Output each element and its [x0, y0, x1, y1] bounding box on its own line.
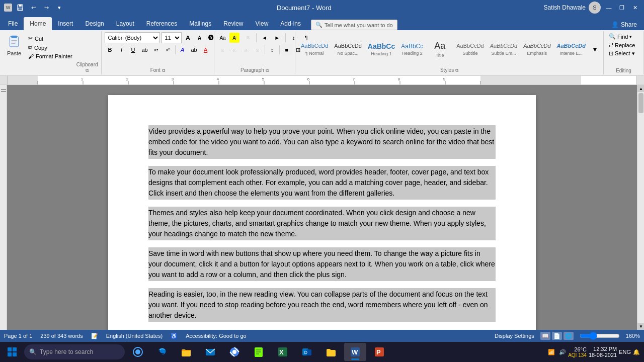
- save-button[interactable]: [15, 3, 25, 13]
- font-size-select[interactable]: 11: [162, 32, 182, 43]
- paragraph-5[interactable]: Reading is easier, too, in the new readi…: [148, 288, 496, 322]
- vertical-scrollbar[interactable]: ▲ ▼: [637, 85, 644, 330]
- italic-button[interactable]: I: [116, 44, 127, 55]
- scroll-down-button[interactable]: ▼: [637, 323, 644, 330]
- style-intense-em[interactable]: AaBbCcDd Intense E...: [554, 32, 588, 66]
- tab-addins[interactable]: Add-ins: [274, 17, 307, 30]
- document-page[interactable]: Video provides a powerful way to help yo…: [108, 95, 536, 330]
- tab-layout[interactable]: Layout: [110, 17, 140, 30]
- style-subtle-em[interactable]: AaBbCcDd Subtle Em...: [488, 32, 520, 66]
- tab-insert[interactable]: Insert: [52, 17, 79, 30]
- paragraph-3[interactable]: Themes and styles also help keep your do…: [148, 207, 496, 240]
- taskbar-powerpoint[interactable]: P: [368, 343, 390, 361]
- scrollbar-track[interactable]: [637, 92, 644, 323]
- underline-button[interactable]: U: [128, 44, 139, 55]
- start-button[interactable]: [2, 343, 22, 361]
- font-grow-button[interactable]: A: [183, 33, 193, 43]
- tab-design[interactable]: Design: [79, 17, 110, 30]
- increase-indent-button[interactable]: ►: [272, 32, 283, 43]
- aqi: AQI 134: [568, 352, 587, 358]
- paragraph-4[interactable]: Save time in word with new buttons that …: [148, 247, 496, 281]
- tab-home[interactable]: Home: [24, 17, 52, 30]
- scrollbar-thumb[interactable]: [638, 93, 643, 113]
- tell-me-text: Tell me what you want to do: [325, 22, 393, 28]
- taskbar-outlook[interactable]: O: [296, 343, 318, 361]
- decrease-indent-button[interactable]: ◄: [259, 32, 270, 43]
- strikethrough-button[interactable]: ab: [139, 44, 150, 55]
- taskbar-mail[interactable]: [199, 343, 221, 361]
- cut-button[interactable]: ✂ Cut: [26, 34, 74, 43]
- redo-button[interactable]: ↪: [41, 3, 51, 13]
- line-spacing-button[interactable]: ↕: [267, 44, 278, 55]
- style-nospace-preview: AaBbCcDd: [334, 43, 361, 49]
- taskbar-filemanager[interactable]: [320, 343, 342, 361]
- web-view-button[interactable]: 🌐: [564, 332, 574, 340]
- minimize-button[interactable]: —: [604, 3, 614, 13]
- find-icon: 🔍: [609, 33, 616, 40]
- taskbar-edge[interactable]: [151, 343, 173, 361]
- user-name[interactable]: Satish Dhawale: [544, 4, 586, 11]
- paragraph-2[interactable]: To make your document look professionall…: [148, 166, 496, 200]
- font-color-button[interactable]: A: [200, 44, 211, 55]
- style-heading1[interactable]: AaBbCc Heading 1: [365, 32, 397, 66]
- taskbar-cortana[interactable]: [127, 343, 149, 361]
- align-left-button[interactable]: ≡: [217, 44, 228, 55]
- text-effects-button[interactable]: A: [177, 44, 188, 55]
- print-view-button[interactable]: 📄: [552, 332, 562, 340]
- text-highlight-button[interactable]: ab: [189, 44, 200, 55]
- shading-button[interactable]: ■: [281, 44, 292, 55]
- taskbar-notes[interactable]: [248, 343, 270, 361]
- paste-button[interactable]: Paste: [3, 32, 25, 57]
- numbering-button[interactable]: ≡: [230, 32, 241, 43]
- replace-button[interactable]: ⇄ Replace: [607, 41, 637, 49]
- tab-mailings[interactable]: Mailings: [183, 17, 217, 30]
- style-subtitle[interactable]: AaBbCcDd Subtitle: [454, 32, 486, 66]
- date: 18-08-2021: [589, 352, 617, 358]
- taskbar-word[interactable]: W: [344, 343, 366, 361]
- align-right-button[interactable]: ≡: [240, 44, 252, 55]
- styles-more-button[interactable]: ▾: [589, 44, 600, 55]
- font-shrink-button[interactable]: A: [195, 33, 205, 43]
- format-painter-button[interactable]: 🖌 Format Painter: [26, 52, 74, 60]
- customize-qat-button[interactable]: ▾: [54, 3, 64, 13]
- zoom-slider[interactable]: [580, 332, 620, 340]
- document-content[interactable]: Video provides a powerful way to help yo…: [7, 85, 637, 330]
- copy-button[interactable]: ⧉ Copy: [26, 43, 74, 52]
- scroll-up-button[interactable]: ▲: [637, 85, 644, 92]
- bold-button[interactable]: B: [105, 44, 116, 55]
- tell-me-input[interactable]: 🔍 Tell me what you want to do: [311, 20, 397, 30]
- tab-review[interactable]: Review: [217, 17, 249, 30]
- svg-text:2: 2: [126, 77, 129, 81]
- restore-button[interactable]: ❐: [617, 3, 627, 13]
- display-settings[interactable]: Display Settings: [495, 333, 534, 339]
- tab-view[interactable]: View: [250, 17, 275, 30]
- align-center-button[interactable]: ≡: [229, 44, 240, 55]
- style-no-spacing[interactable]: AaBbCcDd No Spac...: [332, 32, 364, 66]
- format-row: B I U ab x₂ x² A ab A: [105, 44, 211, 55]
- find-button[interactable]: 🔍 Find ▾: [607, 32, 634, 41]
- style-normal[interactable]: AaBbCcDd ¶ Normal: [298, 32, 331, 66]
- taskbar-explorer[interactable]: [175, 343, 197, 361]
- close-button[interactable]: ✕: [630, 3, 640, 13]
- justify-button[interactable]: ≡: [252, 44, 263, 55]
- read-view-button[interactable]: 📖: [540, 332, 550, 340]
- taskbar-chrome[interactable]: [223, 343, 246, 361]
- taskbar-search[interactable]: 🔍 Type here to search: [24, 344, 125, 359]
- bullets-button[interactable]: ≡: [217, 32, 228, 43]
- style-heading2[interactable]: AaBbCc Heading 2: [398, 32, 426, 66]
- subscript-button[interactable]: x₂: [151, 44, 162, 55]
- undo-button[interactable]: ↩: [28, 3, 38, 13]
- select-button[interactable]: ⊡ Select ▾: [607, 49, 637, 58]
- ruler-main: 1 2 3 4 5 6 7 8 9: [7, 76, 637, 84]
- tab-file[interactable]: File: [2, 17, 24, 30]
- superscript-button[interactable]: x²: [163, 44, 174, 55]
- style-title[interactable]: Aa Title: [427, 32, 453, 66]
- multilevel-button[interactable]: ≡: [243, 32, 254, 43]
- user-avatar[interactable]: S: [589, 2, 601, 14]
- tab-references[interactable]: References: [140, 17, 183, 30]
- taskbar-excel[interactable]: X: [272, 343, 294, 361]
- share-button[interactable]: 👤 Share: [606, 19, 642, 30]
- paragraph-1[interactable]: Video provides a powerful way to help yo…: [148, 125, 496, 159]
- font-family-select[interactable]: Calibri (Body): [105, 32, 160, 43]
- style-emphasis[interactable]: AaBbCcDd Emphasis: [521, 32, 553, 66]
